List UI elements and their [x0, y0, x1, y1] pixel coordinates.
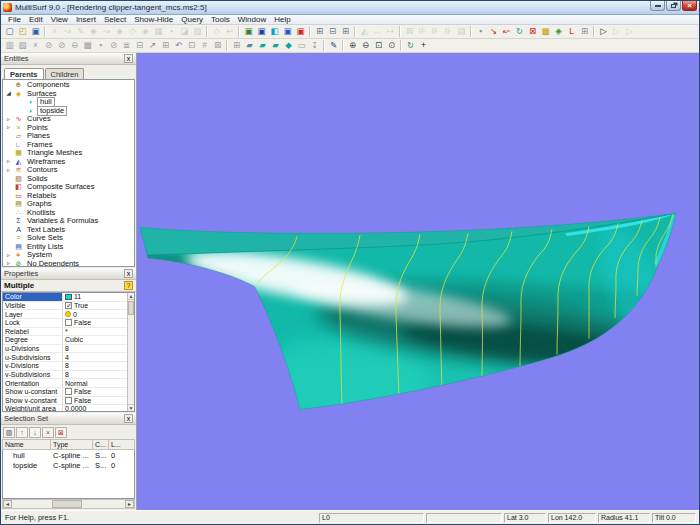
property-row[interactable]: Relabel * [3, 328, 127, 337]
toolbar-button[interactable]: ⊞ [230, 40, 243, 52]
property-value[interactable]: 8 [63, 371, 127, 379]
entities-tree[interactable]: ⊕ Components ◢ ◈ Surfaces ◗ [2, 79, 135, 267]
scroll-up-icon[interactable]: ▲ [128, 293, 134, 300]
toolbar-button[interactable]: ▢ [3, 26, 16, 38]
tree-item[interactable]: = Solve Sets [3, 234, 134, 243]
tree-expand-arrow[interactable]: ▹ [5, 116, 12, 123]
toolbar-button[interactable]: ⊪ [429, 26, 442, 38]
selection-toolbar-button[interactable]: ▥ [3, 427, 15, 438]
toolbar-button[interactable]: ◈ [87, 26, 100, 38]
property-row[interactable]: Layer 0 [3, 310, 127, 319]
toolbar-button[interactable]: ⊪ [416, 26, 429, 38]
toolbar-button[interactable]: ⊞ [159, 40, 172, 52]
menu-item[interactable]: File [4, 15, 25, 24]
checkbox-icon[interactable] [65, 302, 72, 309]
scrollbar-thumb[interactable] [52, 500, 82, 508]
toolbar-button[interactable]: L [565, 26, 578, 38]
menu-item[interactable]: View [47, 15, 72, 24]
tree-expand-arrow[interactable]: ▹ [5, 260, 12, 267]
toolbar-button[interactable]: ▷ [597, 26, 610, 38]
scroll-left-icon[interactable]: ◄ [3, 500, 12, 508]
property-row[interactable]: Orientation Normal [3, 379, 127, 388]
property-value[interactable]: False [63, 319, 127, 327]
entities-tab[interactable]: Children [45, 68, 85, 79]
tree-expand-arrow[interactable]: ▹ [5, 158, 12, 165]
toolbar-button[interactable]: ◈ [139, 26, 152, 38]
toolbar-button[interactable]: ⊞ [313, 26, 326, 38]
toolbar-button[interactable]: × [48, 26, 61, 38]
scroll-right-icon[interactable]: ► [125, 500, 134, 508]
tree-item[interactable]: ▹ ◭ Wireframes [3, 158, 134, 167]
tree-item[interactable]: ◢ ◈ Surfaces [3, 90, 134, 99]
tree-item[interactable]: Σ Variables & Formulas [3, 217, 134, 226]
toolbar-button[interactable]: ⊡ [372, 40, 385, 52]
toolbar-button[interactable]: ▧ [16, 40, 29, 52]
menu-item[interactable]: Insert [72, 15, 100, 24]
restore-button[interactable] [666, 1, 681, 11]
toolbar-button[interactable]: ⊡ [185, 40, 198, 52]
table-row[interactable]: hull C-spline ... S... 0 [3, 450, 134, 460]
properties-scrollbar[interactable]: ▲ ▼ [127, 293, 134, 411]
entities-close-button[interactable]: x [124, 54, 133, 63]
toolbar-button[interactable]: ◰ [16, 26, 29, 38]
toolbar-button[interactable]: ⊪ [442, 26, 455, 38]
column-header[interactable]: Type [51, 440, 93, 449]
toolbar-button[interactable]: ◈ [552, 26, 565, 38]
toolbar-button[interactable]: ◧ [268, 26, 281, 38]
toolbar-button[interactable]: ◈ [113, 26, 126, 38]
toolbar-button[interactable]: ⊘ [55, 40, 68, 52]
toolbar-button[interactable]: ▷ [610, 26, 623, 38]
property-row[interactable]: Visible True [3, 302, 127, 311]
toolbar-button[interactable]: ↦ [384, 26, 397, 38]
minimize-button[interactable] [650, 1, 665, 11]
toolbar-button[interactable]: ⊘ [107, 40, 120, 52]
scrollbar-track[interactable] [12, 500, 125, 508]
toolbar-button[interactable]: ⊙ [385, 40, 398, 52]
property-row[interactable]: u-Subdivisions 4 [3, 353, 127, 362]
toolbar-button[interactable]: ⊕ [346, 40, 359, 52]
toolbar-button[interactable]: ▰ [256, 40, 269, 52]
toolbar-button[interactable]: ◇ [126, 26, 139, 38]
scroll-down-icon[interactable]: ▼ [128, 404, 134, 411]
render-viewport[interactable] [137, 53, 699, 510]
toolbar-button[interactable]: ◇ [210, 26, 223, 38]
column-header[interactable]: L... [109, 440, 134, 449]
toolbar-button[interactable]: ⊠ [526, 26, 539, 38]
checkbox-icon[interactable] [65, 319, 72, 326]
properties-help-button[interactable]: ? [124, 281, 133, 290]
toolbar-button[interactable]: # [198, 40, 211, 52]
property-value[interactable]: 8 [63, 345, 127, 353]
menu-item[interactable]: Edit [25, 15, 47, 24]
property-value[interactable]: 4 [63, 353, 127, 361]
toolbar-button[interactable]: ◆ [282, 40, 295, 52]
tree-expand-arrow[interactable]: ◢ [5, 90, 12, 97]
toolbar-button[interactable]: ▭ [295, 40, 308, 52]
toolbar-button[interactable]: ⊖ [68, 40, 81, 52]
tree-item[interactable]: ▦ Triangle Meshes [3, 149, 134, 158]
property-value[interactable]: Cubic [63, 336, 127, 344]
entities-tab[interactable]: Parents [4, 68, 44, 79]
toolbar-button[interactable]: ▩ [81, 40, 94, 52]
selection-toolbar-button[interactable]: ⊠ [55, 427, 67, 438]
toolbar-button[interactable]: ▣ [29, 26, 42, 38]
checkbox-icon[interactable] [65, 388, 72, 395]
property-value[interactable]: False [63, 397, 127, 405]
toolbar-button[interactable]: ⊟ [133, 40, 146, 52]
toolbar-button[interactable]: ▣ [281, 26, 294, 38]
menu-item[interactable]: Help [270, 15, 294, 24]
table-row[interactable]: topside C-spline ... S... 0 [3, 460, 134, 470]
property-value[interactable]: 8 [63, 362, 127, 370]
tree-item[interactable]: A Text Labels [3, 226, 134, 235]
toolbar-button[interactable]: ↶ [172, 40, 185, 52]
toolbar-button[interactable]: ↘ [487, 26, 500, 38]
selection-set-close-button[interactable]: x [124, 414, 133, 423]
toolbar-button[interactable]: ✎ [327, 40, 340, 52]
menu-item[interactable]: Tools [207, 15, 234, 24]
toolbar-button[interactable]: ⊖ [359, 40, 372, 52]
toolbar-button[interactable]: ▧ [191, 26, 204, 38]
tree-item[interactable]: ▤ Entity Lists [3, 243, 134, 252]
property-value[interactable]: 0.0000 [63, 405, 127, 411]
toolbar-button[interactable]: ▷ [623, 26, 636, 38]
tree-item[interactable]: ▹ ∿ Curves [3, 115, 134, 124]
property-row[interactable]: Lock False [3, 319, 127, 328]
